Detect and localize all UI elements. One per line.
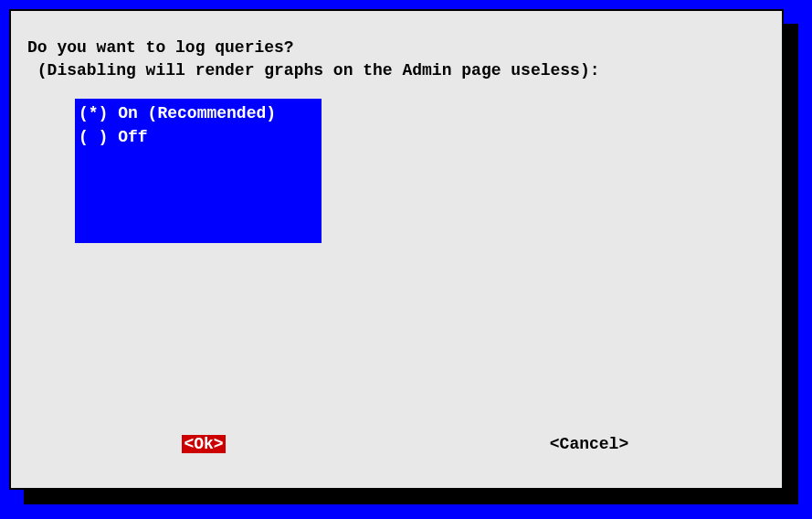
radio-option-on[interactable]: (*) On (Recommended) [75,102,322,125]
ok-button[interactable]: <Ok> [182,435,225,453]
dialog-box: Do you want to log queries? (Disabling w… [9,9,784,490]
prompt-text-line2: (Disabling will render graphs on the Adm… [27,59,765,82]
radio-label: On (Recommended) [118,104,276,122]
radio-list[interactable]: (*) On (Recommended) ( ) Off [75,99,322,243]
radio-label: Off [118,128,147,146]
prompt-text-line1: Do you want to log queries? [27,37,765,59]
cancel-button[interactable]: <Cancel> [550,435,628,453]
radio-marker: ( ) [79,128,108,146]
radio-option-off[interactable]: ( ) Off [75,126,322,149]
radio-marker: (*) [79,104,108,122]
button-row: <Ok> <Cancel> [11,435,782,453]
